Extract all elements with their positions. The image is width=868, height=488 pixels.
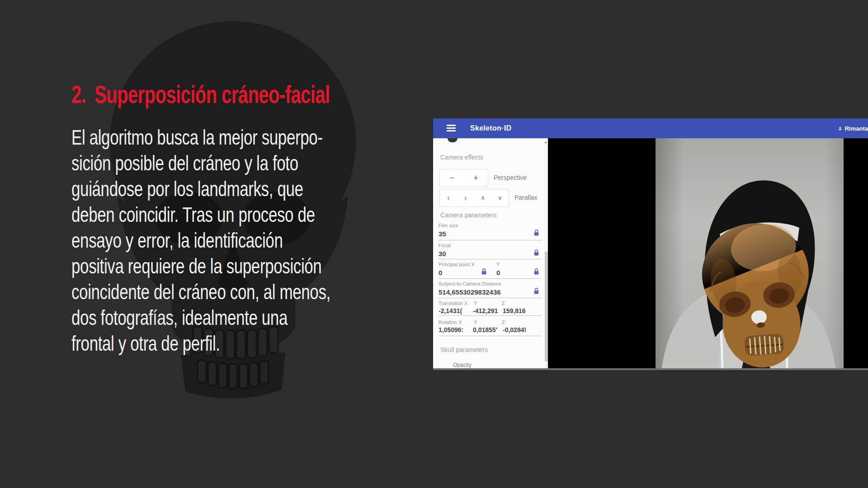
- focal-lock-icon[interactable]: [533, 249, 539, 256]
- film-size-label: Film size: [439, 223, 458, 228]
- heading-title: Superposición cráneo-facial: [94, 80, 330, 108]
- skull-face-superimposition-photo: [656, 138, 844, 368]
- perspective-zoom-in-button[interactable]: +: [464, 169, 488, 187]
- body-line: frontal y otra de perfil.: [71, 331, 330, 357]
- app-header-bar: Skeleton·ID Rimanta: [433, 118, 868, 138]
- rotation-x-value[interactable]: 1,05096:: [439, 326, 463, 333]
- rotation-z-label: Z: [502, 319, 505, 325]
- section-skull-parameters: Skull parameters: [440, 346, 488, 353]
- principal-point-x-lock-icon[interactable]: [481, 268, 487, 275]
- body-line: ensayo y error, la identificación: [71, 228, 330, 253]
- body-line: sición posible del cráneo y la foto: [71, 150, 330, 176]
- parallax-down-button[interactable]: ∨: [491, 189, 509, 206]
- body-line: El algoritmo busca la mejor superpo-: [71, 125, 330, 150]
- field-underline: [439, 259, 542, 259]
- parallax-button-group: ‹ › ∧ ∨: [439, 189, 509, 207]
- body-line: coincidente del cráneo con, al menos,: [71, 279, 330, 305]
- user-name: Rimanta: [845, 125, 868, 132]
- opacity-label: Opacity: [453, 362, 472, 368]
- translation-z-label: Z: [502, 300, 505, 306]
- film-size-value[interactable]: 35: [439, 230, 446, 238]
- field-underline: [439, 240, 542, 240]
- field-underline: [439, 278, 542, 279]
- camera-distance-lock-icon[interactable]: [533, 287, 539, 295]
- scrolled-slider-thumb: [448, 138, 458, 142]
- perspective-button-group: − +: [439, 169, 488, 187]
- translation-y-label: Y: [474, 300, 477, 306]
- section-camera-effects: Camera effects: [440, 154, 483, 161]
- parallax-label: Parallax: [514, 194, 538, 201]
- field-underline: [439, 298, 542, 298]
- perspective-zoom-out-button[interactable]: −: [440, 169, 464, 187]
- film-size-lock-icon[interactable]: [533, 229, 539, 236]
- field-underline: [439, 315, 542, 316]
- translation-y-value[interactable]: -412,291: [473, 307, 498, 314]
- parallax-up-button[interactable]: ∧: [474, 189, 491, 206]
- rotation-z-value[interactable]: -0,0284!: [503, 326, 526, 333]
- translation-z-value[interactable]: 159,816: [503, 307, 526, 314]
- slide-body-text: El algoritmo busca la mejor superpo- sic…: [71, 125, 330, 357]
- viewer-canvas-right: [844, 138, 868, 368]
- slide: 2.Superposición cráneo-facial El algorit…: [0, 0, 868, 488]
- heading-number: 2.: [71, 80, 86, 108]
- panel-scrollbar[interactable]: [545, 145, 548, 368]
- app-title: Skeleton·ID: [470, 124, 511, 132]
- person-icon: [838, 124, 842, 132]
- focal-label: Focal: [439, 243, 451, 248]
- app-body: ▲ Camera effects − + Perspective ‹ › ∧ ∨…: [433, 138, 868, 368]
- perspective-label: Perspective: [494, 174, 527, 181]
- scroll-up-arrow-icon[interactable]: ▲: [544, 140, 547, 144]
- rotation-x-label: Rotation X: [439, 319, 462, 325]
- panel-scrollbar-thumb[interactable]: [545, 252, 548, 361]
- principal-point-x-value[interactable]: 0: [439, 269, 442, 277]
- user-account[interactable]: Rimanta: [838, 118, 868, 138]
- principal-point-y-label: Y: [496, 262, 500, 267]
- principal-point-y-lock-icon[interactable]: [533, 268, 539, 275]
- body-line: deben coincidir. Tras un proceso de: [71, 202, 330, 228]
- skeleton-id-window: Skeleton·ID Rimanta ▲ Camera effects − +: [433, 118, 868, 370]
- rotation-y-label: Y: [474, 319, 477, 325]
- viewer-canvas-left: [548, 138, 656, 368]
- field-underline: [439, 336, 542, 336]
- parallax-left-button[interactable]: ‹: [440, 189, 457, 206]
- focal-value[interactable]: 30: [439, 250, 446, 258]
- principal-point-x-label: Principal point X: [439, 262, 475, 267]
- section-camera-parameters: Camera parameters: [440, 211, 497, 219]
- translation-x-value[interactable]: -2,1431(: [439, 307, 462, 314]
- body-line: dos fotografías, idealmente una: [71, 305, 330, 331]
- superimposition-viewport[interactable]: [656, 138, 844, 368]
- body-line: positiva requiere de la superposición: [71, 253, 330, 279]
- slide-heading: 2.Superposición cráneo-facial: [71, 80, 330, 109]
- translation-x-label: Translation X: [439, 300, 467, 306]
- menu-icon[interactable]: [447, 125, 456, 132]
- principal-point-y-value[interactable]: 0: [496, 269, 500, 277]
- parallax-right-button[interactable]: ›: [457, 189, 474, 206]
- rotation-y-value[interactable]: 0,01855': [473, 326, 497, 333]
- body-line: guiándose por los landmarks, que: [71, 176, 330, 202]
- camera-distance-label: Subject-to-Camera Distance: [439, 281, 501, 286]
- camera-panel: ▲ Camera effects − + Perspective ‹ › ∧ ∨…: [433, 138, 548, 368]
- camera-distance-value[interactable]: 514,6553029832436: [439, 288, 501, 296]
